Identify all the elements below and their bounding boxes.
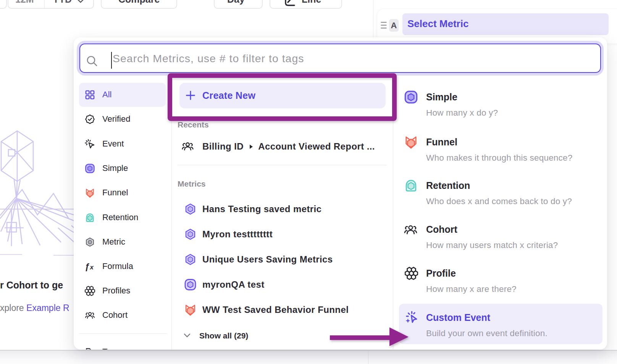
svg-text:x: x <box>90 264 94 271</box>
svg-text:ƒ: ƒ <box>85 262 90 271</box>
